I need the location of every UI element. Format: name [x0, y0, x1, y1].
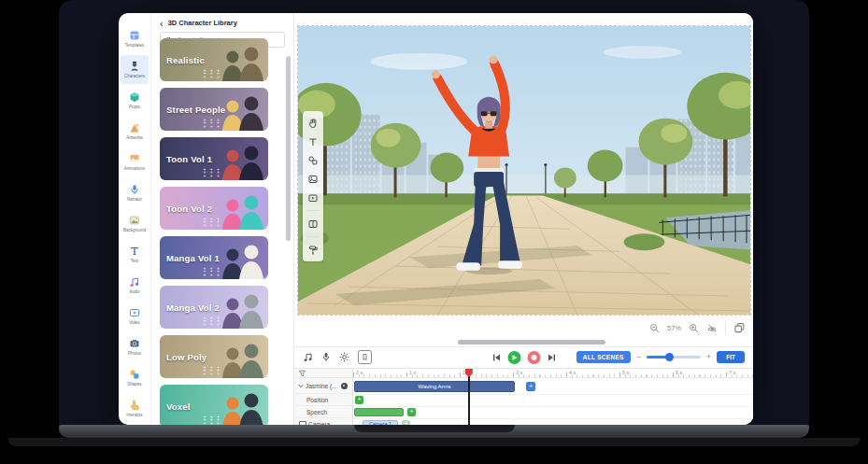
playhead[interactable] [468, 369, 470, 425]
play-button[interactable] [507, 351, 520, 364]
add-speech-button[interactable]: + [407, 408, 416, 416]
sidebar-item-artworks[interactable]: Artworks [121, 117, 149, 146]
timeline-ruler[interactable]: 0 s 1 s 2 s 3 s 4 s 5 s 6 s 7 s [353, 369, 753, 378]
card-label: Voxel [166, 401, 191, 412]
toolbar-divider [306, 236, 320, 237]
add-music-button[interactable] [303, 352, 313, 362]
image-tool-button[interactable] [306, 173, 320, 185]
ruler-tick: 4 s [569, 370, 576, 375]
eye-slash-icon [706, 323, 718, 333]
skip-end-icon [547, 353, 556, 362]
card-toon-vol-1[interactable]: + + ++ + ++ + + Toon Vol 1 [160, 137, 268, 180]
video-tool-button[interactable] [306, 191, 320, 204]
sidebar-item-templates[interactable]: Templates [121, 24, 149, 53]
add-position-button[interactable]: + [355, 396, 363, 404]
sidebar-item-characters[interactable]: Characters [121, 55, 149, 84]
sidebar-item-photos[interactable]: Photos [121, 332, 149, 361]
timeline-filter[interactable] [294, 369, 352, 378]
all-scenes-button[interactable]: ALL SCENES [576, 351, 631, 363]
zoom-in-button[interactable] [689, 323, 699, 333]
card-manga-vol-1[interactable]: + + ++ + ++ + + Manga Vol 1 [160, 236, 268, 279]
h-scrollbar-thumb[interactable] [458, 340, 605, 344]
timeline-zoom-out[interactable]: − [636, 353, 641, 361]
duplicate-scene-button[interactable] [733, 322, 746, 334]
video-tool-icon [307, 192, 319, 204]
animation-clip[interactable]: Waving Arms [354, 381, 515, 392]
transport-controls [491, 351, 556, 364]
text-tool-icon [307, 136, 319, 148]
slider-knob[interactable] [665, 353, 674, 361]
chevron-down-icon[interactable] [298, 384, 304, 388]
sidebar-item-label: Props [129, 105, 140, 109]
text-tool-button[interactable] [306, 135, 320, 148]
timeline-zoom-slider[interactable] [647, 356, 701, 359]
card-label: Realistic [166, 55, 205, 65]
svg-text:T: T [131, 246, 138, 257]
audio-icon [129, 276, 140, 288]
card-label: Toon Vol 1 [166, 154, 212, 164]
panel-header: ‹ 3D Character Library [151, 13, 293, 30]
sidebar-item-audio[interactable]: Audio [121, 271, 149, 300]
sidebar-item-animations[interactable]: Animations [121, 148, 149, 176]
hide-ui-button[interactable] [706, 323, 718, 333]
sidebar-item-label: Audio [129, 289, 140, 294]
card-low-poly[interactable]: + + ++ + ++ + + Low Poly [160, 335, 268, 378]
sidebar-item-label: Interacts [126, 413, 142, 417]
card-manga-vol-2[interactable]: + + ++ + ++ + + Manga Vol 2 [160, 286, 268, 329]
timeline-track-labels: Jasmine (... Position Speech Camera [294, 369, 353, 425]
panel-scrollbar[interactable] [286, 56, 291, 241]
sidebar-item-label: Background [123, 228, 146, 232]
track-row-camera: Camera 1 + [353, 418, 753, 425]
zoom-in-icon [689, 323, 699, 333]
card-voxel[interactable]: + + ++ + ++ + + Voxel [160, 385, 268, 425]
sidebar-item-label: Narrator [127, 197, 143, 202]
add-animation-button[interactable]: + [526, 382, 535, 391]
microphone-icon [321, 352, 331, 362]
add-marker-button[interactable] [358, 350, 372, 364]
card-toon-vol-2[interactable]: + + ++ + ++ + + Toon Vol 2 [160, 187, 268, 230]
zoom-out-button[interactable] [649, 323, 660, 333]
scene-canvas[interactable] [297, 25, 751, 316]
back-chevron-icon[interactable]: ‹ [160, 20, 164, 27]
sidebar-item-narrator[interactable]: Narrator [121, 178, 149, 207]
card-label: Low Poly [166, 352, 206, 362]
track-toggle-icon[interactable] [341, 383, 348, 389]
format-paint-button[interactable] [306, 244, 320, 256]
sidebar-item-text[interactable]: T Text [121, 240, 149, 269]
text-icon: T [129, 246, 140, 257]
sidebar-item-shapes[interactable]: Shapes [121, 363, 149, 392]
ruler-tick: 1 s [409, 370, 416, 375]
hand-icon [307, 118, 319, 129]
sidebar-item-label: Shapes [127, 382, 141, 387]
animations-icon [129, 153, 140, 164]
timeline-tracks: 0 s 1 s 2 s 3 s 4 s 5 s 6 s 7 s Waving A… [353, 369, 753, 425]
sidebar-item-label: Characters [124, 74, 145, 78]
sidebar-item-background[interactable]: Background [121, 209, 149, 238]
skip-to-start-button[interactable] [491, 353, 501, 362]
templates-icon [129, 30, 140, 41]
timeline-zoom-in[interactable]: + [706, 353, 711, 361]
track-label-camera: Camera [294, 418, 352, 425]
card-decor-plus: + + ++ + ++ + + [203, 119, 221, 129]
fit-button[interactable]: FIT [717, 351, 745, 363]
card-street-people[interactable]: + + ++ + ++ + + Street People [160, 88, 268, 131]
laptop-base-shadow [7, 438, 861, 446]
shapes-tool-button[interactable] [306, 154, 320, 166]
layout-tool-button[interactable] [306, 218, 320, 230]
skip-to-end-button[interactable] [547, 353, 556, 362]
record-voice-button[interactable] [321, 352, 331, 362]
effects-button[interactable] [339, 352, 349, 362]
skip-start-icon [491, 353, 501, 362]
record-button[interactable] [527, 351, 540, 364]
speech-clip[interactable] [354, 408, 404, 416]
scene-3d-view [298, 26, 750, 315]
pan-tool-button[interactable] [306, 117, 320, 129]
sidebar-item-props[interactable]: Props [121, 86, 149, 115]
character-card-list: + + ++ + ++ + + Realistic + + ++ + ++ + … [151, 38, 293, 425]
sidebar-item-interacts[interactable]: Interacts [121, 394, 149, 423]
sidebar-item-video[interactable]: Video [121, 302, 149, 330]
view-controls: 57% [294, 316, 753, 340]
sidebar-item-label: Text [131, 259, 138, 263]
card-realistic[interactable]: + + ++ + ++ + + Realistic [160, 38, 268, 81]
sidebar-item-label: Artworks [126, 135, 143, 140]
